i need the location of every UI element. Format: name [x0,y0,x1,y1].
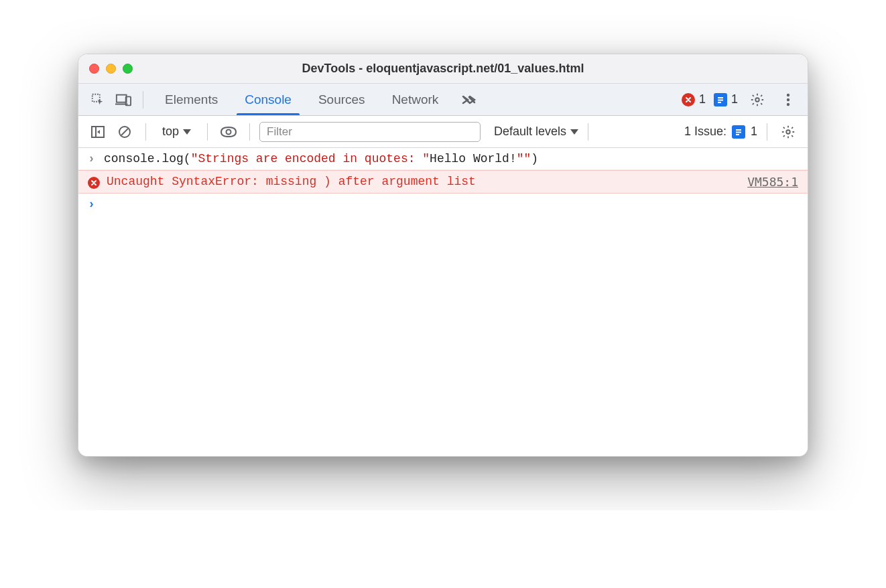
divider [145,123,146,141]
svg-point-15 [227,129,231,134]
titlebar: DevTools - eloquentjavascript.net/01_val… [78,54,808,84]
console-input-row: › console.log("Strings are encoded in qu… [78,148,808,170]
traffic-lights [89,64,133,74]
more-menu-icon[interactable] [777,88,800,111]
input-caret-icon: › [88,152,97,165]
svg-point-9 [787,98,789,100]
issues-summary[interactable]: 1 Issue: 1 [684,125,757,139]
log-levels-selector[interactable]: Default levels [494,125,578,139]
chevron-down-icon [570,129,578,135]
divider [767,123,767,141]
issues-count: 1 [751,125,757,139]
svg-rect-16 [736,129,741,131]
panel-tabs: Elements Console Sources Network [151,84,452,115]
error-source-link[interactable]: VM585:1 [747,175,798,189]
tab-sources[interactable]: Sources [305,84,379,115]
svg-rect-1 [117,94,127,102]
svg-rect-4 [718,97,723,98]
minimize-window-button[interactable] [106,64,116,74]
tab-network[interactable]: Network [379,84,452,115]
error-icon [88,177,100,189]
issue-count: 1 [731,92,738,106]
divider [588,123,588,141]
console-prompt-row[interactable]: › [78,194,808,215]
tab-elements[interactable]: Elements [151,84,231,115]
window-title: DevTools - eloquentjavascript.net/01_val… [78,62,808,76]
svg-rect-17 [736,131,741,133]
error-count: 1 [699,92,706,106]
levels-label: Default levels [494,125,566,139]
error-message: Uncaught SyntaxError: missing ) after ar… [107,175,733,188]
inspect-element-icon[interactable] [86,88,109,111]
clear-console-icon[interactable] [113,121,136,143]
console-command: console.log("Strings are encoded in quot… [104,152,798,165]
svg-point-8 [787,93,789,96]
console-toolbar: top Default levels 1 Issue: 1 [78,116,808,148]
error-indicator[interactable]: 1 [682,92,706,106]
context-label: top [162,125,179,139]
devtools-tabbar: Elements Console Sources Network 1 [78,84,808,116]
close-window-button[interactable] [89,64,99,74]
settings-icon[interactable] [746,88,769,111]
more-tabs-button[interactable] [454,94,484,105]
svg-line-14 [121,129,128,135]
maximize-window-button[interactable] [123,64,133,74]
svg-point-7 [755,98,759,102]
prompt-caret-icon: › [88,198,97,211]
tabbar-right: 1 1 [682,88,800,111]
svg-rect-6 [718,102,721,103]
console-settings-icon[interactable] [777,121,800,143]
issues-label: 1 Issue: [684,125,726,139]
console-output: › console.log("Strings are encoded in qu… [78,148,808,456]
svg-rect-5 [718,99,723,100]
devtools-window: DevTools - eloquentjavascript.net/01_val… [78,54,808,457]
divider [249,123,250,141]
issues-indicator[interactable]: 1 [714,92,738,106]
svg-point-10 [787,102,789,105]
svg-point-19 [786,130,790,134]
divider [143,91,143,108]
sidebar-toggle-icon[interactable] [86,121,109,143]
live-expression-icon[interactable] [217,121,240,143]
divider [207,123,208,141]
issue-icon [714,93,727,106]
filter-input[interactable] [259,122,481,142]
console-error-row: Uncaught SyntaxError: missing ) after ar… [78,170,808,194]
issue-icon [732,125,745,139]
context-selector[interactable]: top [155,123,198,141]
tab-console[interactable]: Console [231,84,305,115]
svg-rect-18 [736,134,739,135]
device-toolbar-icon[interactable] [112,88,135,111]
error-icon [682,93,695,106]
chevron-down-icon [183,129,191,135]
